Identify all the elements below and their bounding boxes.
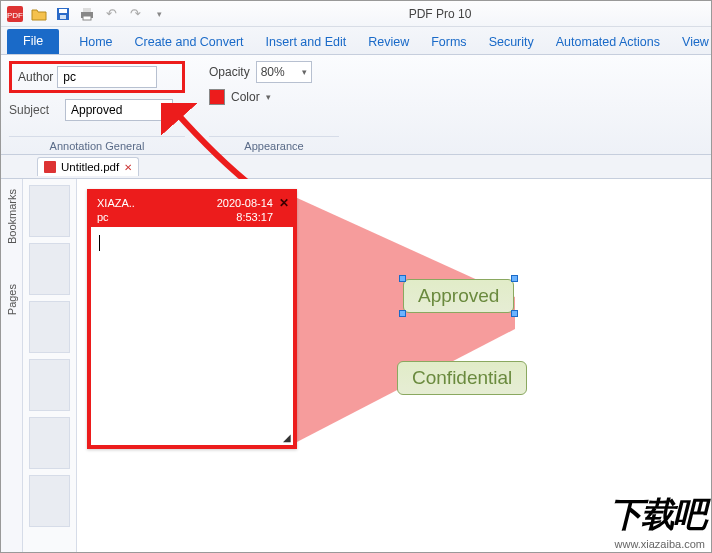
author-label: Author — [14, 70, 57, 84]
tab-review[interactable]: Review — [366, 30, 411, 54]
page-thumbnail[interactable] — [29, 185, 70, 237]
group-label-appearance: Appearance — [209, 136, 339, 154]
color-swatch[interactable] — [209, 89, 225, 105]
annotation-popup[interactable]: XIAZA.. pc 2020-08-14 8:53:17 ✕ ◢ — [87, 189, 297, 449]
stamp-confidential-label: Confidential — [412, 367, 512, 388]
opacity-select[interactable]: 80% ▾ — [256, 61, 312, 83]
svg-rect-8 — [44, 161, 56, 173]
page-thumbnail[interactable] — [29, 417, 70, 469]
annotation-popup-header[interactable]: XIAZA.. pc 2020-08-14 8:53:17 ✕ — [91, 193, 293, 227]
qat-dropdown-icon[interactable]: ▾ — [149, 4, 169, 24]
workspace: Bookmarks Pages XIAZA.. pc 2020-08-14 8:… — [1, 179, 711, 553]
svg-text:PDF: PDF — [7, 11, 23, 20]
selection-handle[interactable] — [511, 275, 518, 282]
author-input[interactable] — [57, 66, 157, 88]
close-tab-icon[interactable]: ✕ — [124, 162, 132, 173]
selection-handle[interactable] — [511, 310, 518, 317]
tab-home[interactable]: Home — [77, 30, 114, 54]
svg-rect-7 — [83, 16, 91, 20]
page-thumbnail[interactable] — [29, 301, 70, 353]
pdf-icon: PDF — [5, 4, 25, 24]
save-icon[interactable] — [53, 4, 73, 24]
subject-dropdown-icon[interactable]: ▾ — [179, 105, 184, 115]
close-icon[interactable]: ✕ — [279, 196, 289, 212]
page-thumbnail[interactable] — [29, 359, 70, 411]
resize-handle-icon[interactable]: ◢ — [283, 432, 291, 443]
color-label: Color — [231, 90, 260, 104]
color-dropdown-icon[interactable]: ▾ — [266, 92, 271, 102]
opacity-value: 80% — [261, 65, 285, 79]
group-appearance: Opacity 80% ▾ Color ▾ Appearance — [209, 61, 339, 154]
watermark-logo: 下载吧 — [609, 492, 705, 538]
document-tab[interactable]: Untitled.pdf ✕ — [37, 157, 139, 176]
watermark-url: www.xiazaiba.com — [609, 538, 705, 550]
document-tab-name: Untitled.pdf — [61, 161, 119, 173]
note-title: XIAZA.. — [97, 196, 135, 210]
ribbon-panel: Author Subject ▾ Annotation General Opac… — [1, 55, 711, 155]
chevron-down-icon: ▾ — [302, 67, 307, 77]
stamp-approved-label: Approved — [418, 285, 499, 306]
author-highlight-box: Author — [9, 61, 185, 93]
note-author: pc — [97, 210, 135, 224]
tab-forms[interactable]: Forms — [429, 30, 468, 54]
stamp-approved[interactable]: Approved — [403, 279, 514, 313]
page-thumbnail[interactable] — [29, 243, 70, 295]
page-canvas[interactable]: XIAZA.. pc 2020-08-14 8:53:17 ✕ ◢ Approv… — [77, 179, 711, 553]
stamp-confidential[interactable]: Confidential — [397, 361, 527, 395]
group-annotation-general: Author Subject ▾ Annotation General — [9, 61, 185, 154]
tab-insert-edit[interactable]: Insert and Edit — [264, 30, 349, 54]
tab-security[interactable]: Security — [487, 30, 536, 54]
svg-rect-4 — [60, 15, 66, 19]
file-tab[interactable]: File — [7, 29, 59, 54]
note-time: 8:53:17 — [217, 210, 273, 224]
document-tab-bar: Untitled.pdf ✕ — [1, 155, 711, 179]
redo-icon[interactable]: ↷ — [125, 4, 145, 24]
open-icon[interactable] — [29, 4, 49, 24]
pdf-file-icon — [44, 161, 56, 173]
text-cursor — [99, 235, 100, 251]
selection-handle[interactable] — [399, 275, 406, 282]
note-body[interactable] — [91, 227, 293, 262]
sidebar-pages[interactable]: Pages — [6, 284, 18, 315]
print-icon[interactable] — [77, 4, 97, 24]
quick-access-toolbar: PDF ↶ ↷ ▾ PDF Pro 10 — [1, 1, 711, 27]
app-title: PDF Pro 10 — [173, 7, 707, 21]
tab-create-convert[interactable]: Create and Convert — [133, 30, 246, 54]
side-panel-tabs: Bookmarks Pages — [1, 179, 23, 553]
opacity-label: Opacity — [209, 65, 250, 79]
tab-automated-actions[interactable]: Automated Actions — [554, 30, 662, 54]
tab-view[interactable]: View — [680, 30, 711, 54]
selection-handle[interactable] — [399, 310, 406, 317]
undo-icon[interactable]: ↶ — [101, 4, 121, 24]
svg-rect-6 — [83, 8, 91, 12]
sidebar-bookmarks[interactable]: Bookmarks — [6, 189, 18, 244]
page-thumbnail[interactable] — [29, 475, 70, 527]
note-date: 2020-08-14 — [217, 196, 273, 210]
group-label-annotation: Annotation General — [9, 136, 185, 154]
watermark: 下载吧 www.xiazaiba.com — [609, 492, 705, 550]
svg-rect-3 — [59, 9, 67, 13]
thumbnail-strip — [23, 179, 77, 553]
subject-label: Subject — [9, 103, 59, 117]
subject-input[interactable] — [65, 99, 173, 121]
ribbon-tabs: File Home Create and Convert Insert and … — [1, 27, 711, 55]
selection-cone-overlay — [295, 197, 525, 457]
